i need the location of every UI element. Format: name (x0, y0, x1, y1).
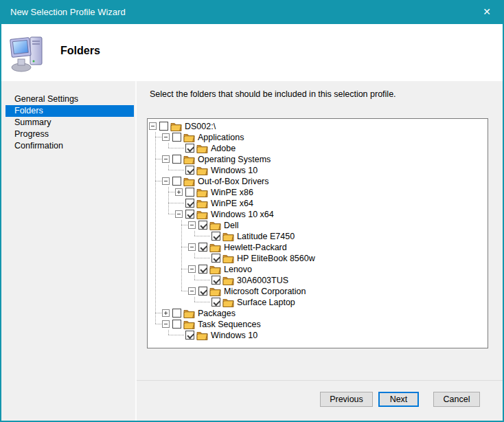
tree-item-winpe-x86[interactable]: WinPE x86 (149, 187, 488, 198)
tree-guide-line (162, 286, 175, 297)
collapse-icon[interactable] (162, 177, 170, 185)
tree-connector-line (175, 335, 185, 335)
collapse-icon[interactable] (162, 155, 170, 163)
folder-icon (209, 287, 221, 296)
collapse-icon[interactable] (149, 122, 157, 130)
tree-expander-slot (175, 330, 185, 341)
tree-expander-slot (201, 297, 211, 308)
tree-expander-slot (175, 198, 185, 209)
sidebar-item-progress[interactable]: Progress (5, 129, 134, 140)
collapse-icon[interactable] (188, 265, 196, 273)
checkbox-unchecked[interactable] (172, 133, 181, 142)
next-button[interactable]: Next (378, 392, 419, 407)
tree-item-surface-laptop[interactable]: Surface Laptop (149, 297, 488, 308)
tree-expander-slot (175, 165, 185, 176)
cancel-button[interactable]: Cancel (433, 392, 480, 407)
tree-item-dell[interactable]: Dell (149, 220, 488, 231)
checkbox-checked[interactable] (198, 287, 207, 296)
sidebar-item-general-settings[interactable]: General Settings (5, 93, 134, 105)
tree-connector-line (162, 187, 175, 198)
tree-item-operating-systems[interactable]: Operating Systems (149, 154, 488, 165)
tree-item-microsoft-corporation[interactable]: Microsoft Corporation (149, 286, 488, 297)
checkbox-checked[interactable] (211, 298, 220, 307)
tree-item-label: Windows 10 (211, 330, 257, 341)
tree-item-hewlett-packard[interactable]: Hewlett-Packard (149, 242, 488, 253)
tree-guide-line (149, 143, 162, 154)
tree-item-adobe[interactable]: Adobe (149, 143, 488, 154)
folder-icon (222, 298, 234, 307)
tree-item-task-sequences[interactable]: Task Sequences (149, 319, 488, 330)
tree-guide-line (162, 242, 175, 253)
tree-expander-slot (175, 143, 185, 154)
checkbox-checked[interactable] (211, 276, 220, 285)
checkbox-unchecked[interactable] (172, 177, 181, 186)
tree-item-windows-10-x64[interactable]: Windows 10 x64 (149, 209, 488, 220)
checkbox-unchecked[interactable] (185, 188, 194, 197)
tree-guide-line (162, 275, 175, 286)
folder-icon (183, 320, 195, 329)
checkbox-checked[interactable] (198, 265, 207, 274)
tree-guide-line (149, 253, 162, 264)
tree-item-label: HP EliteBook 8560w (237, 253, 315, 264)
tree-item-hp-elitebook-8560w[interactable]: HP EliteBook 8560w (149, 253, 488, 264)
checkbox-unchecked[interactable] (172, 309, 181, 318)
footer-buttons: PreviousNextCancel (320, 392, 480, 407)
checkbox-checked[interactable] (198, 243, 207, 252)
tree-item-lenovo[interactable]: Lenovo (149, 264, 488, 275)
close-icon[interactable]: ✕ (477, 0, 497, 24)
tree-item-label: Packages (198, 308, 236, 319)
tree-connector-line (188, 231, 201, 242)
collapse-icon[interactable] (188, 287, 196, 295)
checkbox-unchecked[interactable] (159, 122, 168, 131)
tree-expander-slot (201, 231, 211, 242)
tree-guide-line (162, 220, 175, 231)
tree-connector-line (175, 203, 185, 203)
tree-guide-line (175, 253, 188, 264)
tree-item-ds002[interactable]: DS002:\ (149, 121, 488, 132)
tree-item-label: WinPE x86 (211, 187, 253, 198)
tree-item-latitude-e7450[interactable]: Latitude E7450 (149, 231, 488, 242)
tree-connector-line (175, 170, 185, 170)
previous-button[interactable]: Previous (320, 392, 373, 407)
tree-item-packages[interactable]: Packages (149, 308, 488, 319)
tree-guide-line (149, 286, 162, 297)
folder-icon (209, 221, 221, 230)
tree-item-windows-10[interactable]: Windows 10 (149, 330, 488, 341)
expand-icon[interactable] (175, 188, 183, 196)
checkbox-checked[interactable] (185, 331, 194, 340)
tree-connector-line (162, 143, 175, 154)
tree-item-out-of-box-drivers[interactable]: Out-of-Box Drivers (149, 176, 488, 187)
checkbox-checked[interactable] (211, 254, 220, 263)
expand-icon[interactable] (162, 309, 170, 317)
folder-tree[interactable]: DS002:\ApplicationsAdobeOperating System… (147, 118, 488, 348)
collapse-icon[interactable] (188, 243, 196, 251)
collapse-icon[interactable] (175, 210, 183, 218)
checkbox-checked[interactable] (185, 210, 194, 219)
checkbox-unchecked[interactable] (172, 320, 181, 329)
tree-guide-line (149, 330, 162, 341)
checkbox-checked[interactable] (185, 199, 194, 208)
tree-item-windows-10[interactable]: Windows 10 (149, 165, 488, 176)
tree-guide-line (149, 264, 162, 275)
folder-icon (183, 133, 195, 142)
collapse-icon[interactable] (188, 221, 196, 229)
sidebar-item-folders[interactable]: Folders (5, 105, 134, 117)
checkbox-checked[interactable] (185, 166, 194, 175)
titlebar: New Selection Profile Wizard ✕ (0, 0, 504, 24)
tree-item-winpe-x64[interactable]: WinPE x64 (149, 198, 488, 209)
sidebar-item-summary[interactable]: Summary (5, 117, 134, 129)
checkbox-unchecked[interactable] (172, 155, 181, 164)
collapse-icon[interactable] (162, 133, 170, 141)
tree-connector-line (201, 258, 211, 258)
wizard-header: Folders (0, 24, 504, 81)
tree-item-applications[interactable]: Applications (149, 132, 488, 143)
checkbox-checked[interactable] (211, 232, 220, 241)
checkbox-checked[interactable] (185, 144, 194, 153)
sidebar-item-confirmation[interactable]: Confirmation (5, 140, 134, 152)
tree-item-30a6003tus[interactable]: 30A6003TUS (149, 275, 488, 286)
tree-connector-line (162, 330, 175, 341)
checkbox-checked[interactable] (198, 221, 207, 230)
folder-icon (170, 122, 182, 131)
folder-icon (196, 188, 208, 197)
collapse-icon[interactable] (162, 320, 170, 328)
